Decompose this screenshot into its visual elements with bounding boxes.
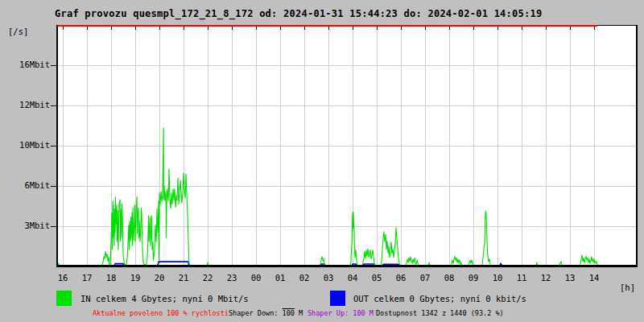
- max-allowed-line: [57, 25, 597, 27]
- legend-out-label: OUT celkem 0 Gbytes; nyní 0 kbit/s: [353, 294, 526, 303]
- x-tick-label: 14: [584, 274, 604, 283]
- x-tick-label: 01: [270, 274, 290, 283]
- status-shaper-up: Shaper Up: 100 M: [308, 309, 374, 317]
- shaper-down-suffix: M: [295, 309, 303, 317]
- x-tick-label: 05: [367, 274, 386, 283]
- x-tick-label: 02: [295, 274, 314, 283]
- y-tick-label: 16Mbit: [2, 60, 50, 69]
- x-tick-label: 12: [536, 274, 555, 283]
- shaper-down-value: 100: [283, 309, 295, 317]
- x-tick-label: 13: [560, 274, 580, 283]
- x-tick-label: 00: [246, 274, 266, 283]
- x-tick-label: 16: [53, 274, 72, 283]
- x-tick-label: 06: [391, 274, 411, 283]
- x-tick-label: 19: [126, 274, 145, 283]
- x-tick-label: 21: [174, 274, 193, 283]
- status-allowed-speed: Aktualne povoleno 100 % rychlosti: [93, 309, 229, 317]
- y-tick-label: 6Mbit: [2, 181, 50, 190]
- status-availability: Dostupnost 1342 z 1440 (93.2 %): [376, 309, 504, 317]
- shaper-down-prefix: Shaper Down:: [229, 309, 283, 317]
- x-tick-label: 10: [488, 274, 507, 283]
- x-tick-label: 11: [512, 274, 531, 283]
- legend-out-swatch: [330, 291, 345, 306]
- x-tick-label: 09: [464, 274, 483, 283]
- x-tick-label: 23: [222, 274, 242, 283]
- status-shaper-down: Shaper Down: 100 M: [229, 309, 303, 317]
- x-tick-label: 22: [198, 274, 217, 283]
- traffic-graph-page: Graf provozu quesmpl_172_21_8_172 od: 20…: [0, 0, 644, 322]
- x-axis-unit: [h]: [620, 283, 635, 292]
- legend-in-swatch: [56, 291, 72, 306]
- legend-in-label: IN celkem 4 Gbytes; nyní 0 Mbit/s: [80, 294, 249, 303]
- x-tick-label: 17: [77, 274, 97, 283]
- x-tick-label: 03: [319, 274, 338, 283]
- y-tick-label: 10Mbit: [2, 141, 50, 150]
- x-tick-label: 04: [343, 274, 362, 283]
- x-tick-label: 20: [150, 274, 169, 283]
- x-tick-label: 08: [440, 274, 459, 283]
- x-tick-label: 18: [101, 274, 121, 283]
- y-tick-label: 12Mbit: [2, 101, 50, 109]
- x-tick-label: 07: [415, 274, 435, 283]
- y-tick-label: 3Mbit: [2, 221, 50, 230]
